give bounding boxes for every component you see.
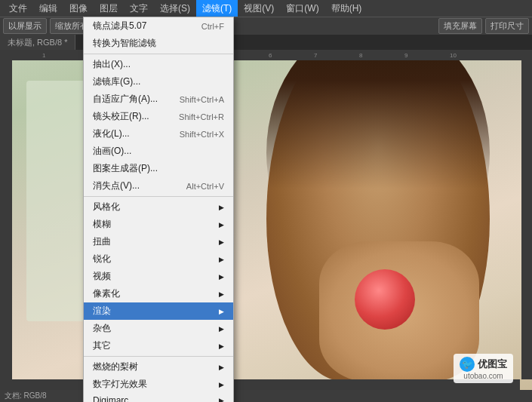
fit-screen-btn[interactable]: 以屏显示 bbox=[3, 18, 47, 34]
separator-2 bbox=[84, 196, 233, 197]
watermark: 🐦 优图宝 utobao.com bbox=[454, 354, 513, 383]
menu-burning-pear[interactable]: 燃烧的梨树 bbox=[84, 358, 233, 376]
tab-bar: 未标题, RGB/8 * bbox=[0, 35, 532, 50]
menu-pattern-gen[interactable]: 图案生成器(P)... bbox=[84, 160, 233, 177]
menu-adaptive-wide[interactable]: 自适应广角(A)... Shift+Ctrl+A bbox=[84, 91, 233, 108]
menu-bar: 文件 编辑 图像 图层 文字 选择(S) 滤镜(T) 视图(V) 窗口(W) 帮… bbox=[0, 0, 532, 17]
menu-file[interactable]: 文件 bbox=[3, 0, 33, 17]
menu-text[interactable]: 文字 bbox=[124, 0, 154, 17]
menu-image[interactable]: 图像 bbox=[63, 0, 94, 17]
menu-blur[interactable]: 模糊 bbox=[84, 216, 233, 233]
menu-vanishing-pt[interactable]: 消失点(V)... Alt+Ctrl+V bbox=[84, 177, 233, 195]
menu-stylize[interactable]: 风格化 bbox=[84, 198, 233, 216]
filter-dropdown-menu[interactable]: 镜点滤具5.07 Ctrl+F 转换为智能滤镜 抽出(X)... 滤镜库(G).… bbox=[83, 17, 234, 402]
menu-render[interactable]: 渲染 bbox=[84, 302, 233, 320]
menu-edit[interactable]: 编辑 bbox=[33, 0, 63, 17]
ruler-tick-8: 8 bbox=[359, 52, 362, 59]
watermark-url: utobao.com bbox=[463, 372, 503, 380]
menu-layer[interactable]: 图层 bbox=[94, 0, 124, 17]
menu-extract[interactable]: 抽出(X)... bbox=[84, 56, 233, 73]
separator-1 bbox=[84, 54, 233, 54]
menu-digimarc[interactable]: Digimarc bbox=[84, 393, 233, 402]
menu-filter-gallery[interactable]: 滤镜库(G)... bbox=[84, 73, 233, 91]
menu-video[interactable]: 视频 bbox=[84, 268, 233, 285]
menu-window[interactable]: 窗口(W) bbox=[280, 0, 324, 17]
menu-smart-filter[interactable]: 转换为智能滤镜 bbox=[84, 35, 233, 52]
menu-liquefy[interactable]: 液化(L)... Shift+Ctrl+X bbox=[84, 125, 233, 143]
menu-view[interactable]: 视图(V) bbox=[238, 0, 280, 17]
watermark-logo: 🐦 优图宝 bbox=[460, 357, 507, 372]
ruler-vertical bbox=[0, 50, 12, 390]
ruler-tick-6: 6 bbox=[269, 52, 272, 59]
menu-noise[interactable]: 杂色 bbox=[84, 320, 233, 337]
fill-screen-btn[interactable]: 填充屏幕 bbox=[438, 18, 482, 34]
twitter-icon: 🐦 bbox=[460, 357, 475, 372]
menu-digital-light[interactable]: 数字灯光效果 bbox=[84, 376, 233, 393]
ruler-tick-9: 9 bbox=[404, 52, 407, 59]
menu-filter-reapply[interactable]: 镜点滤具5.07 Ctrl+F bbox=[84, 17, 233, 35]
scrollbar-vertical[interactable] bbox=[521, 60, 532, 379]
menu-oil-paint[interactable]: 油画(O)... bbox=[84, 143, 233, 160]
ruler-corner bbox=[0, 50, 12, 60]
status-text: 文档: RGB/8 bbox=[5, 391, 47, 401]
ruler-tick-1: 1 bbox=[42, 52, 45, 59]
menu-other[interactable]: 其它 bbox=[84, 337, 233, 354]
watermark-name: 优图宝 bbox=[478, 358, 507, 371]
canvas-tab[interactable]: 未标题, RGB/8 * bbox=[0, 35, 75, 50]
status-bar: 文档: RGB/8 bbox=[0, 390, 532, 402]
toolbar: 以屏显示 缩放所有 填充屏幕 打印尺寸 bbox=[0, 17, 532, 35]
menu-pixelate[interactable]: 像素化 bbox=[84, 285, 233, 302]
menu-lens-correct[interactable]: 镜头校正(R)... Shift+Ctrl+R bbox=[84, 108, 233, 125]
menu-sharpen[interactable]: 锐化 bbox=[84, 250, 233, 268]
ruler-tick-10: 10 bbox=[450, 52, 457, 59]
menu-help[interactable]: 帮助(H) bbox=[325, 0, 368, 17]
print-size-btn[interactable]: 打印尺寸 bbox=[485, 18, 529, 34]
ruler-tick-7: 7 bbox=[314, 52, 317, 59]
menu-distort[interactable]: 扭曲 bbox=[84, 233, 233, 250]
separator-3 bbox=[84, 356, 233, 357]
menu-filter[interactable]: 滤镜(T) bbox=[196, 0, 238, 17]
menu-select[interactable]: 选择(S) bbox=[154, 0, 196, 17]
